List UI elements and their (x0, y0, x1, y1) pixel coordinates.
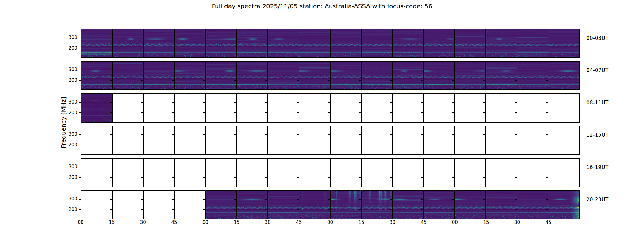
spectrogram-tile (393, 94, 424, 122)
x-tick-label: 45 (292, 220, 306, 225)
y-tick-mark (452, 134, 454, 135)
y-tick-mark (234, 199, 236, 200)
y-tick-mark (265, 145, 267, 145)
y-tick-mark (172, 48, 174, 48)
spectrogram-image (237, 29, 268, 57)
y-tick-mark (141, 167, 143, 167)
spectrogram-tile (113, 62, 144, 89)
spectrogram-tile (424, 191, 455, 219)
y-tick-mark (79, 177, 81, 178)
spectrogram-tile (393, 62, 424, 89)
spectrogram-tile (455, 191, 486, 219)
spectrogram-tile (548, 126, 579, 154)
y-tick-mark (297, 209, 299, 210)
spectrogram-tile (424, 159, 455, 187)
y-tick-mark (359, 102, 361, 103)
y-tick-mark (141, 209, 143, 210)
spectrogram-image (175, 62, 205, 89)
spectrogram-image (299, 29, 330, 57)
y-tick-mark (328, 80, 330, 81)
spectrogram-tile (393, 126, 424, 154)
spectrogram-tile (331, 126, 362, 154)
spectrogram-tile (268, 191, 299, 219)
spectrogram-tile (268, 62, 299, 89)
y-tick-mark (328, 167, 330, 167)
spectrogram-tile (113, 159, 144, 187)
x-tick-label: 45 (167, 220, 181, 225)
y-tick-mark (328, 134, 330, 135)
y-tick-mark (110, 48, 112, 48)
y-tick-mark (390, 112, 392, 113)
spectrogram-image (486, 29, 517, 57)
y-tick-mark (515, 112, 517, 113)
y-tick-mark (546, 209, 548, 210)
spectrogram-image (81, 29, 112, 57)
spectrogram-image (486, 62, 517, 89)
spectrogram-tile (517, 191, 549, 219)
y-tick-mark (297, 145, 299, 145)
y-tick-mark (515, 134, 517, 135)
y-tick-mark (452, 199, 454, 200)
y-tick-mark (421, 209, 423, 210)
y-tick-mark (265, 177, 267, 178)
y-tick-mark (359, 134, 361, 135)
y-tick-mark (483, 102, 485, 103)
spectrogram-tile (113, 191, 144, 219)
spectrogram-tile (175, 191, 206, 219)
y-tick-mark (172, 38, 174, 38)
y-tick-mark (452, 209, 454, 210)
y-tick-mark (234, 80, 236, 81)
x-tick-label: 45 (542, 220, 555, 225)
y-tick-mark (234, 48, 236, 48)
y-tick-mark (172, 167, 174, 167)
y-tick-label: 300 (65, 197, 77, 201)
y-tick-mark (141, 102, 143, 103)
spectrogram-tile (517, 62, 549, 89)
y-tick-mark (546, 70, 548, 70)
spectrogram-tile (237, 159, 268, 187)
y-tick-mark (452, 167, 454, 167)
y-tick-mark (483, 112, 485, 113)
y-tick-mark (110, 209, 112, 210)
y-tick-mark (110, 70, 112, 70)
y-tick-mark (203, 38, 205, 38)
spectrogram-tile (548, 62, 579, 89)
y-tick-mark (297, 80, 299, 81)
y-tick-mark (421, 80, 423, 81)
y-tick-mark (265, 48, 267, 48)
y-tick-mark (110, 134, 112, 135)
y-tick-mark (172, 177, 174, 178)
y-tick-label: 300 (65, 67, 77, 72)
y-tick-mark (359, 112, 361, 113)
y-tick-mark (515, 102, 517, 103)
y-tick-label: 200 (65, 46, 77, 51)
y-tick-mark (452, 145, 454, 145)
y-tick-mark (359, 145, 361, 145)
spectrogram-tile (548, 94, 579, 122)
y-tick-mark (203, 209, 205, 210)
spectrogram-row-00-03ut (81, 29, 580, 58)
spectrogram-tile (331, 159, 362, 187)
spectrogram-tile (331, 94, 362, 122)
spectrogram-tile (81, 191, 113, 219)
y-axis-label: Frequency [MHz] (60, 97, 67, 148)
y-tick-mark (390, 134, 392, 135)
x-tick-label: 15 (479, 220, 493, 225)
y-tick-mark (234, 70, 236, 70)
y-tick-mark (452, 70, 454, 70)
y-tick-mark (297, 134, 299, 135)
y-tick-mark (203, 177, 205, 178)
y-tick-mark (79, 167, 81, 167)
spectrogram-image (455, 62, 486, 89)
spectrogram-tile (424, 29, 455, 57)
y-tick-mark (141, 145, 143, 145)
y-tick-mark (172, 112, 174, 113)
y-tick-mark (79, 199, 81, 200)
spectrogram-tile (299, 191, 331, 219)
spectrogram-image (362, 191, 392, 219)
spectrogram-image (113, 29, 143, 57)
spectrogram-tile (206, 191, 237, 219)
spectrogram-tile (331, 191, 362, 219)
y-tick-mark (141, 177, 143, 178)
y-tick-mark (141, 112, 143, 113)
